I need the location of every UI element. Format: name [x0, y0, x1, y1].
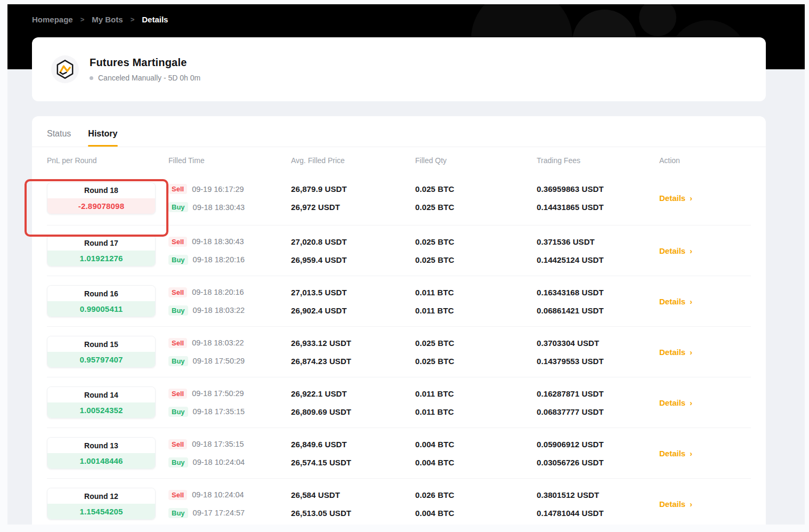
table-row: Round 18-2.89078098Sell09-19 16:17:29Buy…	[47, 171, 751, 225]
sell-badge: Sell	[168, 439, 187, 449]
round-label: Round 18	[47, 183, 155, 198]
col-header-price: Avg. Filled Price	[291, 156, 415, 165]
buy-trading-fee: 0.14431865 USDT	[537, 203, 604, 212]
buy-trading-fee: 0.06837777 USDT	[537, 407, 604, 416]
round-label: Round 12	[47, 488, 155, 504]
round-label: Round 15	[47, 336, 155, 352]
buy-filled-time: 09-18 18:30:43	[193, 203, 245, 212]
sell-badge: Sell	[168, 184, 187, 194]
breadcrumb-my-bots[interactable]: My Bots	[92, 15, 123, 24]
buy-filled-time: 09-18 18:03:22	[193, 306, 245, 315]
table-row: Round 131.00148446Sell09-18 17:35:15Buy0…	[47, 428, 751, 479]
table-header-row: PnL per Round Filled Time Avg. Filled Pr…	[47, 147, 751, 171]
app-viewport: Homepage > My Bots > Details Futures Mar…	[7, 4, 805, 525]
table-row: Round 160.99005411Sell09-18 18:20:16Buy0…	[47, 276, 751, 327]
breadcrumb-details: Details	[142, 15, 168, 24]
breadcrumb-homepage[interactable]: Homepage	[32, 15, 73, 24]
chevron-right-icon: ›	[690, 348, 692, 357]
round-label: Round 16	[47, 286, 155, 301]
buy-badge: Buy	[168, 202, 188, 212]
table-row: Round 171.01921276Sell09-18 18:30:43Buy0…	[47, 225, 751, 276]
col-header-action: Action	[659, 156, 751, 165]
buy-filled-time: 09-18 10:24:04	[193, 458, 245, 466]
pnl-value: 0.95797407	[47, 352, 155, 367]
pnl-value: 1.01921276	[47, 251, 155, 266]
sell-filled-time: 09-18 18:30:43	[192, 237, 244, 246]
sell-avg-filled-price: 27,020.8 USDT	[291, 237, 347, 246]
buy-badge: Buy	[168, 305, 188, 316]
table-row: Round 141.00524352Sell09-18 17:50:29Buy0…	[47, 377, 751, 428]
sell-badge: Sell	[168, 287, 187, 297]
sell-avg-filled-price: 26,849.6 USDT	[291, 440, 347, 449]
buy-avg-filled-price: 26,959.4 USDT	[291, 255, 347, 264]
pnl-round-card: Round 141.00524352	[47, 386, 156, 418]
history-table: PnL per Round Filled Time Avg. Filled Pr…	[32, 147, 766, 525]
buy-filled-time: 09-17 17:24:57	[193, 509, 245, 517]
buy-filled-time: 09-18 18:20:16	[193, 255, 245, 264]
col-header-fees: Trading Fees	[537, 156, 659, 165]
pnl-round-card: Round 171.01921276	[47, 235, 156, 267]
pnl-round-card: Round 150.95797407	[47, 336, 156, 368]
sell-filled-qty: 0.025 BTC	[415, 338, 454, 348]
details-link[interactable]: Details›	[659, 449, 751, 458]
tab-status[interactable]: Status	[47, 129, 71, 147]
round-label: Round 13	[47, 438, 155, 453]
buy-badge: Buy	[168, 407, 188, 417]
sell-badge: Sell	[168, 338, 187, 348]
chevron-right-icon: ›	[690, 247, 692, 255]
tab-history[interactable]: History	[88, 129, 117, 147]
col-header-qty: Filled Qty	[415, 156, 537, 165]
sell-trading-fee: 0.3703304 USDT	[537, 338, 599, 348]
table-row: Round 121.15454205Sell09-18 10:24:04Buy0…	[47, 479, 751, 525]
details-link-label: Details	[659, 398, 685, 407]
buy-trading-fee: 0.14425124 USDT	[537, 255, 604, 264]
details-link-label: Details	[659, 194, 685, 203]
buy-badge: Buy	[168, 356, 188, 366]
chevron-right-icon: ›	[690, 500, 692, 509]
bot-status-row: Canceled Manually - 5D 0h 0m	[90, 74, 200, 82]
sell-avg-filled-price: 27,013.5 USDT	[291, 288, 347, 297]
sell-filled-time: 09-18 18:20:16	[192, 288, 244, 296]
sell-avg-filled-price: 26,879.9 USDT	[291, 184, 347, 194]
details-link[interactable]: Details›	[659, 348, 751, 357]
chevron-right-icon: ›	[690, 399, 692, 407]
round-label: Round 17	[47, 235, 155, 251]
chevron-right-icon: ›	[690, 297, 692, 306]
buy-badge: Buy	[168, 457, 188, 467]
buy-badge: Buy	[168, 255, 188, 265]
pnl-value: 1.00148446	[47, 453, 155, 469]
details-link-label: Details	[659, 297, 685, 306]
decorative-illustration	[639, 4, 676, 36]
details-link-label: Details	[659, 348, 685, 357]
details-link-label: Details	[659, 449, 685, 458]
sell-filled-qty: 0.011 BTC	[415, 288, 454, 297]
table-row: Round 150.95797407Sell09-18 18:03:22Buy0…	[47, 327, 751, 377]
details-link[interactable]: Details›	[659, 246, 751, 255]
round-label: Round 14	[47, 387, 155, 402]
buy-avg-filled-price: 26,902.4 USDT	[291, 306, 347, 315]
sell-badge: Sell	[168, 389, 187, 399]
bot-status-text: Canceled Manually - 5D 0h 0m	[98, 74, 200, 82]
status-dot	[90, 76, 93, 80]
buy-avg-filled-price: 26,513.05 USDT	[291, 509, 351, 518]
martingale-bot-icon	[51, 55, 79, 83]
table-body: Round 18-2.89078098Sell09-19 16:17:29Buy…	[47, 171, 751, 525]
buy-filled-qty: 0.004 BTC	[415, 509, 454, 518]
history-card: Status History PnL per Round Filled Time…	[32, 116, 766, 525]
bot-meta: Futures Martingale Canceled Manually - 5…	[90, 57, 200, 82]
details-link[interactable]: Details›	[659, 499, 751, 509]
sell-filled-time: 09-19 16:17:29	[192, 185, 244, 194]
sell-filled-time: 09-18 18:03:22	[192, 338, 244, 347]
sell-badge: Sell	[168, 237, 187, 247]
details-link[interactable]: Details›	[659, 398, 751, 407]
sell-avg-filled-price: 26,922.1 USDT	[291, 389, 347, 398]
buy-filled-qty: 0.004 BTC	[415, 458, 454, 467]
sell-badge: Sell	[168, 490, 187, 500]
chevron-right-icon: >	[131, 15, 135, 23]
sell-filled-time: 09-18 17:35:15	[192, 440, 244, 448]
buy-filled-time: 09-18 17:35:15	[193, 407, 245, 416]
sell-filled-qty: 0.025 BTC	[415, 184, 454, 194]
details-link[interactable]: Details›	[659, 297, 751, 306]
details-link[interactable]: Details›	[659, 194, 751, 203]
chevron-right-icon: >	[80, 15, 85, 23]
